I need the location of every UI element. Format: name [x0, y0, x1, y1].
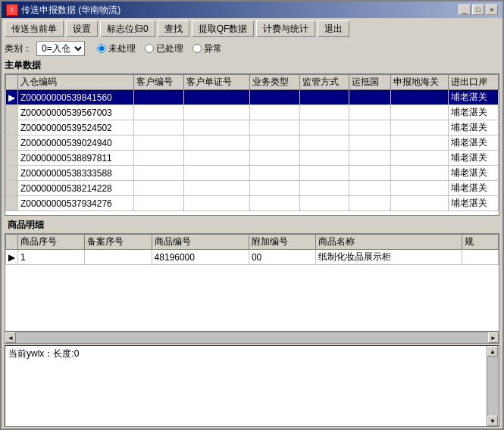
abnormal-radio[interactable] — [193, 44, 202, 53]
main-cell: Z00000000538897811 — [18, 151, 134, 166]
main-table-row[interactable]: Z00000000538897811埔老湛关 — [6, 151, 499, 166]
mark-zero-button[interactable]: 标志位归0 — [100, 20, 155, 37]
main-cell — [390, 196, 449, 211]
main-cell: Z00000000538333588 — [18, 166, 134, 181]
main-table-scroll[interactable]: 入仓编码 客户编号 客户单证号 业务类型 监管方式 运抵国 申报地海关 进出口岸… — [5, 74, 499, 215]
row-indicator-cell — [6, 105, 18, 120]
detail-scroll-left[interactable]: ◄ — [5, 332, 16, 343]
main-th-customer-code[interactable]: 客户编号 — [134, 75, 184, 90]
main-cell — [183, 105, 249, 120]
main-cell — [250, 136, 300, 151]
main-cell — [183, 136, 249, 151]
app-icon: ! — [6, 4, 18, 16]
detail-cell: 1 — [18, 250, 85, 265]
title-bar-left: ! 传送申报数据 (华南物流) — [6, 4, 121, 17]
main-cell — [134, 196, 184, 211]
detail-table-wrapper: 商品序号 备案序号 商品编号 附加编号 商品名称 规 ▶14819600000纸… — [5, 233, 499, 332]
main-cell: 埔老湛关 — [449, 166, 499, 181]
detail-th-rule[interactable]: 规 — [462, 235, 498, 250]
main-table-row[interactable]: Z00000000539024940埔老湛关 — [6, 136, 499, 151]
main-cell — [349, 196, 391, 211]
detail-th-indicator — [6, 235, 18, 250]
main-cell: 埔老湛关 — [449, 181, 499, 196]
detail-th-extra-code[interactable]: 附加编号 — [249, 235, 315, 250]
title-controls: _ □ × — [459, 5, 498, 15]
main-cell — [134, 166, 184, 181]
main-cell: 埔老湛关 — [449, 105, 499, 120]
processed-radio-label[interactable]: 已处理 — [145, 42, 183, 55]
processed-radio[interactable] — [145, 44, 154, 53]
main-cell — [299, 166, 349, 181]
detail-scroll-track[interactable] — [16, 332, 488, 343]
category-select[interactable]: 0=入仓 1=出仓 — [36, 41, 85, 56]
detail-th-record-seq[interactable]: 备案序号 — [85, 235, 152, 250]
main-table-row[interactable]: Z00000000539567003埔老湛关 — [6, 105, 499, 120]
main-table: 入仓编码 客户编号 客户单证号 业务类型 监管方式 运抵国 申报地海关 进出口岸… — [5, 74, 499, 211]
calc-stats-button[interactable]: 计费与统计 — [256, 20, 315, 37]
main-th-entry-port[interactable]: 进出口岸 — [449, 75, 499, 90]
main-cell — [390, 166, 449, 181]
main-cell — [349, 136, 391, 151]
detail-scroll-right[interactable]: ► — [488, 332, 499, 343]
unprocessed-label: 未处理 — [108, 42, 136, 55]
status-bar: 当前ywlx：长度:0 ▲ ▼ — [5, 345, 499, 427]
status-radio-group: 未处理 已处理 异常 — [97, 42, 222, 55]
main-cell — [134, 120, 184, 136]
main-cell — [390, 151, 449, 166]
detail-hscrollbar[interactable]: ◄ ► — [5, 332, 499, 344]
main-cell — [134, 136, 184, 151]
detail-th-item-code[interactable]: 商品编号 — [152, 235, 249, 250]
main-th-declare-port[interactable]: 申报地海关 — [390, 75, 449, 90]
send-current-button[interactable]: 传送当前单 — [5, 20, 64, 37]
exit-button[interactable]: 退出 — [318, 20, 349, 37]
close-button[interactable]: × — [486, 5, 498, 15]
get-qf-button[interactable]: 提取QF数据 — [192, 20, 255, 37]
main-cell — [349, 105, 391, 120]
detail-cell: 纸制化妆品展示柜 — [316, 250, 462, 265]
main-window: ! 传送申报数据 (华南物流) _ □ × 传送当前单 设置 标志位归0 查找 … — [0, 0, 504, 430]
detail-table-scroll[interactable]: 商品序号 备案序号 商品编号 附加编号 商品名称 规 ▶14819600000纸… — [5, 234, 499, 331]
main-th-supervision[interactable]: 监管方式 — [299, 75, 349, 90]
status-scrollbar[interactable]: ▲ ▼ — [487, 346, 499, 426]
main-cell — [299, 196, 349, 211]
main-cell — [299, 90, 349, 105]
main-cell — [390, 90, 449, 105]
main-th-warehouse-code[interactable]: 入仓编码 — [18, 75, 134, 90]
find-button[interactable]: 查找 — [158, 20, 189, 37]
detail-scrollbar-row: ◄ ► — [5, 332, 499, 344]
main-cell — [183, 181, 249, 196]
status-scroll-track[interactable] — [487, 357, 499, 416]
maximize-button[interactable]: □ — [472, 5, 484, 15]
detail-table-row[interactable]: ▶14819600000纸制化妆品展示柜 — [6, 250, 499, 265]
main-cell — [299, 136, 349, 151]
row-indicator-cell — [6, 196, 18, 211]
row-indicator-cell — [6, 181, 18, 196]
main-cell — [134, 151, 184, 166]
main-th-customer-order[interactable]: 客户单证号 — [183, 75, 249, 90]
main-table-row[interactable]: Z00000000539524502埔老湛关 — [6, 120, 499, 136]
main-cell: 埔老湛关 — [449, 120, 499, 136]
detail-th-item-name[interactable]: 商品名称 — [316, 235, 462, 250]
minimize-button[interactable]: _ — [459, 5, 471, 15]
main-table-row[interactable]: Z00000000538333588埔老湛关 — [6, 166, 499, 181]
abnormal-radio-label[interactable]: 异常 — [193, 42, 222, 55]
unprocessed-radio-label[interactable]: 未处理 — [97, 42, 136, 55]
detail-header: 商品明细 — [5, 217, 499, 233]
main-th-transport[interactable]: 运抵国 — [349, 75, 391, 90]
main-th-biz-type[interactable]: 业务类型 — [250, 75, 300, 90]
unprocessed-radio[interactable] — [97, 44, 106, 53]
status-scroll-up[interactable]: ▲ — [487, 346, 498, 357]
detail-th-item-seq[interactable]: 商品序号 — [18, 235, 85, 250]
main-cell: 埔老湛关 — [449, 90, 499, 105]
main-cell: Z00000000539567003 — [18, 105, 134, 120]
main-th-indicator — [6, 75, 18, 90]
main-table-row[interactable]: ▶Z00000000539841560埔老湛关 — [6, 90, 499, 105]
row-indicator-cell — [6, 120, 18, 136]
main-cell — [134, 105, 184, 120]
main-table-row[interactable]: Z00000000538214228埔老湛关 — [6, 181, 499, 196]
main-section-header: 主单数据 — [2, 58, 502, 73]
main-table-row[interactable]: Z00000000537934276埔老湛关 — [6, 196, 499, 211]
status-scroll-down[interactable]: ▼ — [487, 416, 498, 426]
settings-button[interactable]: 设置 — [66, 20, 98, 37]
processed-label: 已处理 — [156, 42, 183, 55]
